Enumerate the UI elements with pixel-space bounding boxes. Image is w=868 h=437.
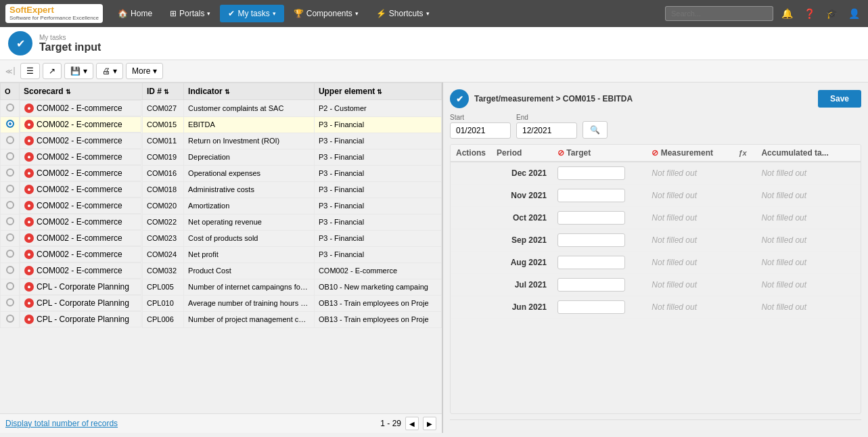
nav-user-icon[interactable]: 👤	[846, 5, 863, 22]
meas-measurement-cell: Not filled out	[646, 162, 733, 185]
target-input[interactable]	[557, 300, 625, 314]
col-header-upper[interactable]: Upper element ⇅	[314, 83, 441, 100]
scorecard-value: CPL - Corporate Planning	[37, 298, 129, 308]
table-row[interactable]: ● COM002 - E-commerce COM027 Customer co…	[1, 100, 442, 117]
target-input[interactable]	[557, 233, 625, 247]
table-row[interactable]: ● CPL - Corporate Planning CPL005 Number…	[1, 279, 442, 295]
status-badge: ●	[24, 315, 34, 324]
meas-target-cell[interactable]	[552, 185, 646, 207]
table-row[interactable]: ● COM002 - E-commerce COM016 Operational…	[1, 165, 442, 181]
pager-next-btn[interactable]: ▶	[423, 417, 436, 430]
save-button[interactable]: Save	[818, 90, 861, 108]
row-select-cell[interactable]	[1, 133, 20, 149]
nav-mytasks[interactable]: ✔ My tasks ▾	[220, 5, 283, 22]
display-total-link[interactable]: Display total number of records	[5, 419, 118, 428]
meas-target-cell[interactable]	[552, 252, 646, 274]
brand-logo[interactable]: SoftExpert Software for Performance Exce…	[5, 4, 103, 22]
target-input[interactable]	[557, 278, 625, 292]
radio-button[interactable]	[6, 201, 14, 209]
row-select-cell[interactable]	[1, 279, 20, 295]
fx-icon: ƒx	[739, 149, 747, 157]
row-select-cell[interactable]	[1, 246, 20, 262]
end-date-input[interactable]	[516, 122, 577, 139]
table-row[interactable]: ● COM002 - E-commerce COM022 Net operati…	[1, 214, 442, 230]
meas-hscrollbar[interactable]	[450, 419, 861, 426]
radio-button[interactable]	[6, 233, 14, 242]
table-row[interactable]: ● CPL - Corporate Planning CPL010 Averag…	[1, 295, 442, 311]
nav-learn-icon[interactable]: 🎓	[823, 5, 840, 22]
nav-help-icon[interactable]: ❓	[801, 5, 818, 22]
radio-button[interactable]	[6, 104, 14, 112]
pager-prev-btn[interactable]: ◀	[405, 417, 419, 430]
radio-button[interactable]	[6, 120, 14, 128]
table-row[interactable]: ● COM002 - E-commerce COM032 Product Cos…	[1, 262, 442, 279]
radio-button[interactable]	[6, 168, 14, 177]
radio-button[interactable]	[6, 250, 14, 258]
row-select-cell[interactable]	[1, 165, 20, 181]
nav-components[interactable]: 🏆 Components ▾	[285, 5, 367, 22]
status-badge: ●	[24, 266, 34, 275]
nav-bell-icon[interactable]: 🔔	[779, 5, 796, 22]
sort-upper-icon: ⇅	[377, 89, 382, 95]
target-input[interactable]	[557, 256, 625, 269]
start-date-input[interactable]	[450, 122, 511, 139]
table-row[interactable]: ● COM002 - E-commerce COM023 Cost of pro…	[1, 230, 442, 246]
right-panel: ✔ Target/measurement > COM015 - EBITDA S…	[443, 83, 868, 433]
measurement-wrapper[interactable]: Actions Period ⊘ Target ⊘ Measurement ƒx…	[450, 144, 861, 414]
meas-target-cell[interactable]	[552, 207, 646, 229]
row-select-cell[interactable]	[1, 100, 20, 117]
left-panel: O Scorecard ⇅ ID # ⇅ Indicator ⇅ Upper e…	[0, 83, 443, 433]
main-content: O Scorecard ⇅ ID # ⇅ Indicator ⇅ Upper e…	[0, 83, 868, 433]
radio-button[interactable]	[6, 136, 14, 144]
date-search-button[interactable]: 🔍	[583, 121, 608, 139]
table-row[interactable]: ● CPL - Corporate Planning CPL006 Number…	[1, 311, 442, 327]
radio-button[interactable]	[6, 217, 14, 225]
meas-target-cell[interactable]	[552, 274, 646, 296]
meas-target-cell[interactable]	[552, 229, 646, 252]
navbar: SoftExpert Software for Performance Exce…	[0, 0, 868, 27]
meas-target-cell[interactable]	[552, 162, 646, 185]
nav-home[interactable]: 🏠 Home	[110, 5, 160, 22]
radio-button[interactable]	[6, 266, 14, 274]
radio-button[interactable]	[6, 298, 14, 306]
toolbar-save-btn[interactable]: 💾 ▾	[64, 63, 93, 79]
row-select-cell[interactable]	[1, 262, 20, 279]
radio-button[interactable]	[6, 282, 14, 290]
table-row[interactable]: ● COM002 - E-commerce COM020 Amortizatio…	[1, 198, 442, 214]
table-row[interactable]: ● COM002 - E-commerce COM015 EBITDA P3 -…	[1, 116, 442, 133]
toolbar-export-btn[interactable]: ↗	[43, 63, 62, 79]
row-select-cell[interactable]	[1, 149, 20, 165]
row-select-cell[interactable]	[1, 214, 20, 230]
row-select-cell[interactable]	[1, 116, 20, 133]
col-header-scorecard[interactable]: Scorecard ⇅	[20, 83, 143, 100]
toolbar-more-btn[interactable]: More ▾	[126, 63, 163, 79]
filter-tab[interactable]: ≪	[5, 68, 12, 75]
row-select-cell[interactable]	[1, 198, 20, 214]
target-input[interactable]	[557, 211, 625, 225]
radio-button[interactable]	[6, 152, 14, 160]
table-row[interactable]: ● COM002 - E-commerce COM019 Depreciatio…	[1, 149, 442, 165]
data-table: O Scorecard ⇅ ID # ⇅ Indicator ⇅ Upper e…	[0, 83, 442, 328]
col-header-id[interactable]: ID # ⇅	[143, 83, 184, 100]
table-row[interactable]: ● COM002 - E-commerce COM018 Administrat…	[1, 181, 442, 198]
table-row[interactable]: ● COM002 - E-commerce COM024 Net profit …	[1, 246, 442, 262]
target-input[interactable]	[557, 166, 625, 180]
toolbar-grid-btn[interactable]: ☰	[20, 63, 40, 79]
row-select-cell[interactable]	[1, 230, 20, 246]
toolbar-print-btn[interactable]: 🖨 ▾	[96, 63, 123, 79]
row-select-cell[interactable]	[1, 311, 20, 327]
target-input[interactable]	[557, 189, 625, 202]
radio-button[interactable]	[6, 315, 14, 323]
radio-button[interactable]	[6, 185, 14, 193]
meas-target-cell[interactable]	[552, 296, 646, 319]
nav-portals[interactable]: ⊞ Portals ▾	[162, 5, 219, 22]
col-header-indicator[interactable]: Indicator ⇅	[184, 83, 315, 100]
table-wrapper[interactable]: O Scorecard ⇅ ID # ⇅ Indicator ⇅ Upper e…	[0, 83, 442, 413]
nav-search-input[interactable]	[665, 6, 773, 21]
scorecard-value: COM002 - E-commerce	[37, 250, 122, 259]
nav-shortcuts[interactable]: ⚡ Shortcuts ▾	[368, 5, 438, 22]
row-select-cell[interactable]	[1, 181, 20, 198]
row-select-cell[interactable]	[1, 295, 20, 311]
table-row[interactable]: ● COM002 - E-commerce COM011 Return on I…	[1, 133, 442, 149]
row-scorecard: ● CPL - Corporate Planning	[20, 295, 141, 311]
